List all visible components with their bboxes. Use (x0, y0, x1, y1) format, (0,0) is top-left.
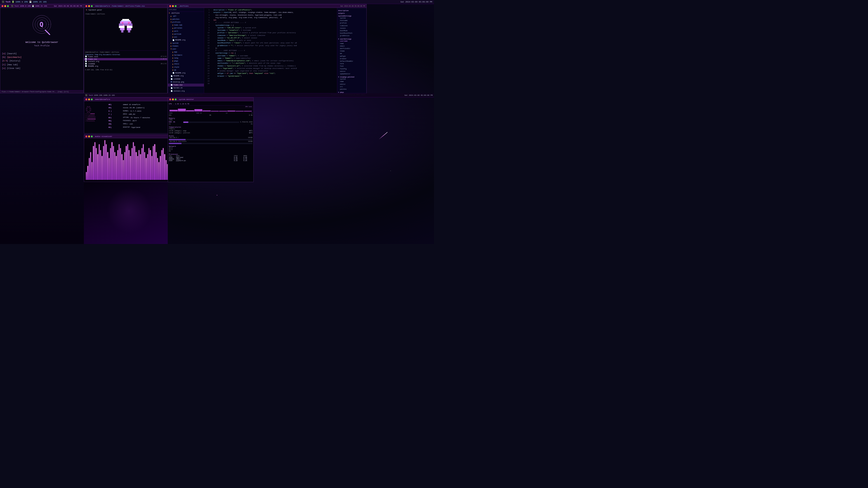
ed-max[interactable] (175, 5, 177, 7)
bsb-tag: ⬛ Tech (85, 94, 93, 96)
outline-dotfilesdir[interactable]: dotfilesDir (338, 47, 366, 50)
sm-content: CPU - 1.53 1.14 0.78 CPU line 100% AVG 1… (168, 101, 253, 182)
outline-bootmountpath[interactable]: bootMountPath (338, 32, 366, 35)
viz-bar-41 (144, 152, 145, 180)
t1-info: /home/emmet/.dotfiles (85, 13, 166, 15)
statusbar-right: Sat 2024-03-09 05:06:00 PM (401, 1, 432, 3)
tree-style[interactable]: ▶ style (168, 66, 204, 69)
sm-mem-sub: 100% (169, 119, 252, 121)
tree-dotfiles[interactable]: ▼ .dotfiles (168, 12, 204, 15)
t1-path: emmet@snowfire /home/emmet/.dotfiles/fla… (95, 5, 145, 7)
file-item-install[interactable]: 📄 install.org (84, 60, 167, 63)
qb-menu-quickmarks[interactable]: [b] [Quickmarks] (2, 56, 82, 59)
tree-hardware[interactable]: ▶ hardware (168, 54, 204, 57)
outline-np-src[interactable]: src (338, 86, 366, 88)
file-item-readme[interactable]: 📄 README.org (84, 65, 167, 68)
code-line-1: description = "Flake of LibrePhoenix"; (211, 9, 336, 11)
file-item-flakelock[interactable]: 📄 flake.lock 27.5 K (84, 56, 167, 58)
viz-bar-27 (124, 152, 125, 180)
outline-email[interactable]: email (338, 45, 366, 47)
qb-menu-newtab[interactable]: [t] [New tab] (2, 63, 82, 67)
tree-harden[interactable]: 📄 harden.sh (168, 87, 204, 90)
tree-personal[interactable]: ▶ personal (168, 27, 204, 30)
outline-browser[interactable]: browser (338, 58, 366, 60)
qb-menu-closetab[interactable]: [x] [Close tab] (2, 67, 82, 70)
outline-font[interactable]: font (338, 65, 366, 68)
tree-work[interactable]: ▶ work (168, 30, 204, 33)
tree-system[interactable]: ▶ system (168, 42, 204, 45)
viz-bar-40 (143, 144, 144, 180)
tree-wm[interactable]: ▶ wm (168, 69, 204, 72)
outline-wm[interactable]: wm (338, 53, 366, 55)
tree-license[interactable]: 📄 LICENSE (168, 78, 204, 80)
file-item-flakenix[interactable]: 📄 flake.nix 2.26 K (84, 58, 167, 61)
max-btn[interactable] (7, 5, 9, 7)
qb-menu-search[interactable]: [o] [Search] (2, 52, 82, 56)
outline-wmtype[interactable]: wmType (338, 55, 366, 58)
t1-max[interactable] (91, 5, 93, 7)
tree-worklab[interactable]: ▶ worklab (168, 33, 204, 36)
svg-text:Q: Q (39, 21, 43, 28)
tree-git[interactable]: ▶ .git (168, 15, 204, 18)
sm-disk-title: Disks (169, 135, 252, 137)
outline-name[interactable]: name (338, 42, 366, 45)
viz-bar-20 (114, 152, 115, 180)
qb-menu-history[interactable]: [S h] [History] (2, 59, 82, 63)
outline-grubdevice[interactable]: grubDevice (338, 35, 366, 37)
file-item-license[interactable]: 📄 LICENSE 34.2 K (84, 63, 167, 65)
nf-close[interactable] (86, 98, 87, 100)
tree-patches[interactable]: ▶ patches (168, 18, 204, 21)
outline-np-system[interactable]: system (338, 78, 366, 80)
outline-spawneditor[interactable]: spawnEditor (338, 73, 366, 75)
t1-close[interactable] (86, 5, 87, 7)
outline-editor[interactable]: editor (338, 70, 366, 73)
tree-app[interactable]: ▶ app (168, 51, 204, 54)
ed-min[interactable] (172, 5, 174, 7)
tree-readme-root[interactable]: 📄 README.org (168, 74, 204, 77)
sm-close[interactable] (169, 98, 171, 100)
min-btn[interactable] (4, 5, 6, 7)
outline-locale[interactable]: locale (338, 27, 366, 30)
nf-max[interactable] (91, 98, 93, 100)
outline-profile[interactable]: profile (338, 22, 366, 24)
t1-min[interactable] (88, 5, 90, 7)
tree-desktop-png[interactable]: 🖼 desktop.png (168, 80, 204, 84)
sm-max[interactable] (175, 98, 177, 100)
outline-np-patches[interactable]: patches (338, 88, 366, 91)
viz-min[interactable] (88, 135, 90, 137)
tree-readme-profiles[interactable]: 📄 README.org (168, 39, 204, 41)
outline-bootmode[interactable]: bootMode (338, 30, 366, 32)
tree-lang[interactable]: ▶ lang (168, 57, 204, 60)
svg-rect-16 (128, 22, 130, 24)
ed-close[interactable] (169, 5, 171, 7)
viz-bar-33 (133, 142, 134, 180)
outline-hostname[interactable]: hostname (338, 20, 366, 22)
tree-shell[interactable]: ▶ shell (168, 63, 204, 66)
outline-defaultroamdir[interactable]: defaultRoamDir (338, 60, 366, 63)
pixel-art-svg (117, 17, 135, 35)
tree-themes[interactable]: ▶ themes (168, 45, 204, 48)
tree-profiles[interactable]: ▼ profiles (168, 21, 204, 24)
outline-username[interactable]: username (338, 40, 366, 42)
outline-np-name[interactable]: name (338, 80, 366, 83)
outline-timezone[interactable]: timezone (338, 25, 366, 27)
outline-term[interactable]: term (338, 63, 366, 65)
viz-close[interactable] (86, 135, 87, 137)
outline-theme[interactable]: theme (338, 50, 366, 53)
outline-np-editor[interactable]: editor (338, 83, 366, 86)
tree-install-org[interactable]: 📄 install.org (168, 90, 204, 93)
tree-pkgs[interactable]: ▶ pkgs (168, 60, 204, 63)
viz-max[interactable] (91, 135, 93, 137)
nf-arch-label: ARCH: (123, 113, 128, 116)
tree-user[interactable]: ▼ user (168, 48, 204, 51)
close-btn[interactable] (2, 5, 3, 7)
sm-min[interactable] (172, 98, 174, 100)
tree-homelab[interactable]: ▶ home.lab (168, 24, 204, 27)
tree-readme-user[interactable]: 📄 README.org (168, 72, 204, 74)
tree-flake-nix[interactable]: 📄 flake.nix (168, 84, 204, 87)
code-line-22: username = "emmet"; # username (211, 55, 336, 57)
outline-system[interactable]: system (338, 17, 366, 20)
nf-min[interactable] (88, 98, 90, 100)
outline-fontpkg[interactable]: fontPkg (338, 68, 366, 70)
tree-wsl[interactable]: ▶ wsl (168, 36, 204, 39)
